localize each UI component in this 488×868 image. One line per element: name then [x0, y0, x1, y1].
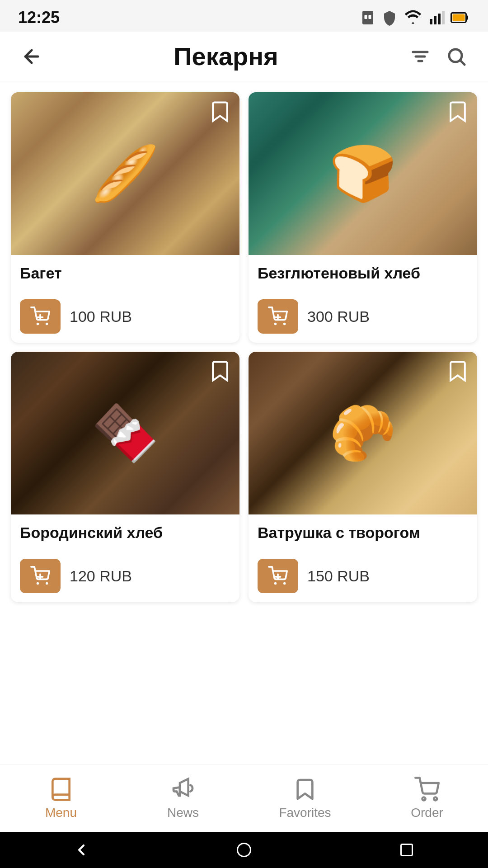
svg-rect-9: [453, 14, 465, 21]
status-time: 12:25: [18, 8, 60, 27]
borodinsky-price: 120 RUB: [70, 567, 132, 585]
baguette-info: Багет 100 RUB: [11, 255, 239, 343]
bottom-nav: Menu News Favorites Order: [0, 764, 488, 832]
svg-rect-4: [434, 16, 436, 24]
bookmark-gluten-free[interactable]: [446, 99, 470, 124]
gluten-free-info: Безглютеновый хлеб 300 RUB: [249, 255, 477, 343]
svg-point-16: [46, 323, 48, 326]
svg-point-24: [46, 582, 48, 585]
nav-label-menu: Menu: [45, 806, 77, 820]
product-card-baguette: Багет 100 RUB: [11, 92, 239, 343]
svg-point-28: [283, 582, 286, 585]
baguette-footer: 100 RUB: [20, 299, 230, 334]
svg-point-23: [37, 582, 39, 585]
bookmark-baguette[interactable]: [208, 99, 232, 124]
shield-icon: [381, 9, 398, 26]
baguette-image: [11, 92, 239, 255]
product-image-vatroushka: [249, 352, 477, 514]
nav-label-news: News: [167, 806, 199, 820]
bookmark-borodinsky[interactable]: [208, 359, 232, 383]
back-nav-button[interactable]: [68, 836, 95, 863]
product-card-gluten-free: Безглютеновый хлеб 300 RUB: [249, 92, 477, 343]
top-bar-actions: [407, 43, 470, 70]
vatroushka-image: [249, 352, 477, 514]
sim-icon: [360, 9, 376, 26]
svg-rect-5: [438, 14, 441, 24]
product-image-borodinsky: [11, 352, 239, 514]
android-nav-bar: [0, 832, 488, 868]
vatroushka-name: Ватрушка с творогом: [258, 523, 468, 550]
product-grid: Багет 100 RUB: [0, 81, 488, 602]
bookmark-vatroushka[interactable]: [446, 359, 470, 383]
product-card-vatroushka: Ватрушка с творогом 150 RUB: [249, 352, 477, 602]
baguette-price: 100 RUB: [70, 308, 132, 326]
page-title: Пекарня: [45, 42, 407, 71]
nav-item-order[interactable]: Order: [366, 764, 488, 832]
svg-rect-8: [466, 16, 469, 20]
home-nav-button[interactable]: [230, 836, 258, 863]
nav-item-favorites[interactable]: Favorites: [244, 764, 366, 832]
nav-label-favorites: Favorites: [279, 806, 331, 820]
add-baguette-to-cart[interactable]: [20, 299, 61, 334]
svg-point-20: [283, 323, 286, 326]
back-button[interactable]: [18, 43, 45, 70]
gluten-free-footer: 300 RUB: [258, 299, 468, 334]
borodinsky-info: Бородинский хлеб 120 RUB: [11, 514, 239, 602]
add-vatroushka-to-cart[interactable]: [258, 559, 298, 593]
status-bar: 12:25: [0, 0, 488, 32]
svg-rect-1: [365, 15, 367, 19]
nav-label-order: Order: [411, 806, 443, 820]
svg-rect-0: [362, 11, 373, 24]
add-borodinsky-to-cart[interactable]: [20, 559, 61, 593]
filter-button[interactable]: [407, 43, 434, 70]
gluten-free-price: 300 RUB: [307, 308, 370, 326]
svg-line-14: [460, 61, 465, 65]
borodinsky-name: Бородинский хлеб: [20, 523, 230, 550]
status-icons: [360, 9, 470, 26]
signal-icon: [428, 9, 445, 26]
vatroushka-price: 150 RUB: [307, 567, 370, 585]
battery-icon: [450, 9, 470, 26]
svg-point-15: [37, 323, 39, 326]
nav-item-menu[interactable]: Menu: [0, 764, 122, 832]
svg-point-32: [434, 797, 437, 800]
svg-point-31: [422, 797, 426, 800]
wifi-icon: [403, 9, 423, 26]
product-card-borodinsky: Бородинский хлеб 120 RUB: [11, 352, 239, 602]
svg-rect-6: [442, 11, 445, 24]
recents-nav-button[interactable]: [393, 836, 420, 863]
top-bar: Пекарня: [0, 32, 488, 81]
add-gluten-free-to-cart[interactable]: [258, 299, 298, 334]
svg-point-27: [274, 582, 277, 585]
borodinsky-image: [11, 352, 239, 514]
svg-rect-2: [369, 15, 371, 19]
baguette-name: Багет: [20, 263, 230, 290]
vatroushka-footer: 150 RUB: [258, 559, 468, 593]
borodinsky-footer: 120 RUB: [20, 559, 230, 593]
svg-rect-3: [430, 19, 432, 24]
product-image-gluten-free: [249, 92, 477, 255]
svg-point-19: [274, 323, 277, 326]
gluten-free-name: Безглютеновый хлеб: [258, 263, 468, 290]
nav-item-news[interactable]: News: [122, 764, 244, 832]
vatroushka-info: Ватрушка с творогом 150 RUB: [249, 514, 477, 602]
search-button[interactable]: [443, 43, 470, 70]
gluten-free-image: [249, 92, 477, 255]
product-image-baguette: [11, 92, 239, 255]
